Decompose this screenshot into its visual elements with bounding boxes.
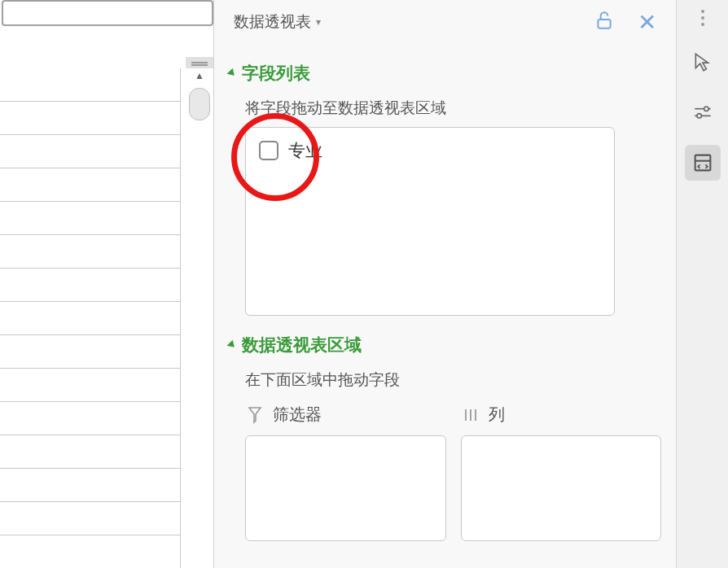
scroll-thumb[interactable] — [189, 88, 210, 120]
chevron-down-icon: ▾ — [316, 16, 321, 28]
areas-row: 筛选器 列 — [245, 399, 661, 541]
columns-icon — [461, 405, 480, 425]
pivot-areas-section: 数据透视表区域 在下面区域中拖动字段 筛选器 — [229, 330, 661, 541]
header-actions: ✕ — [594, 9, 656, 36]
close-icon[interactable]: ✕ — [638, 9, 656, 36]
worksheet-grid[interactable] — [0, 68, 181, 568]
field-list-title: 字段列表 — [242, 62, 310, 85]
field-checkbox[interactable] — [259, 141, 278, 160]
right-sidebar — [676, 0, 728, 568]
svg-rect-8 — [695, 155, 710, 171]
areas-section-header[interactable]: 数据透视表区域 — [229, 330, 661, 360]
lock-icon[interactable] — [594, 10, 615, 34]
sidebar-drag-handle[interactable] — [701, 10, 704, 13]
panel-drag-handle[interactable] — [186, 57, 213, 68]
pivot-table-panel: 数据透视表 ▾ ✕ 字段列表 将字段拖动至数据透视表区域 专业 — [214, 0, 676, 568]
section-toggle-icon — [227, 340, 238, 351]
filter-area-header: 筛选器 — [245, 399, 446, 430]
field-label: 专业 — [288, 139, 322, 162]
svg-point-7 — [696, 114, 700, 118]
filter-icon — [245, 405, 265, 425]
field-list-hint: 将字段拖动至数据透视表区域 — [245, 98, 661, 119]
column-drop-zone[interactable] — [461, 435, 662, 541]
column-area-header: 列 — [461, 399, 662, 430]
column-area: 列 — [461, 399, 662, 541]
panel-title-dropdown[interactable]: 数据透视表 ▾ — [234, 11, 321, 33]
worksheet-area: ▲ — [0, 0, 214, 568]
section-toggle-icon — [227, 68, 238, 79]
vertical-scrollbar[interactable]: ▲ — [186, 68, 213, 125]
scroll-up-icon[interactable]: ▲ — [191, 68, 208, 83]
field-list-section-header[interactable]: 字段列表 — [229, 59, 661, 88]
filter-drop-zone[interactable] — [245, 435, 446, 541]
field-item-0[interactable]: 专业 — [259, 139, 601, 162]
panel-header: 数据透视表 ▾ ✕ — [229, 0, 661, 44]
filter-area: 筛选器 — [245, 399, 446, 541]
panel-title-text: 数据透视表 — [234, 11, 311, 33]
areas-hint: 在下面区域中拖动字段 — [245, 369, 661, 391]
svg-point-5 — [704, 107, 708, 111]
column-label: 列 — [489, 404, 505, 426]
pivot-panel-icon[interactable] — [685, 145, 721, 181]
settings-sliders-icon[interactable] — [685, 94, 721, 130]
selected-cell[interactable] — [2, 0, 213, 26]
filter-label: 筛选器 — [273, 404, 322, 426]
field-list-section: 字段列表 将字段拖动至数据透视表区域 专业 — [229, 59, 661, 316]
svg-rect-0 — [598, 20, 610, 28]
cursor-tool-icon[interactable] — [685, 44, 721, 80]
areas-title: 数据透视表区域 — [242, 334, 362, 356]
field-list-box[interactable]: 专业 — [245, 127, 615, 316]
